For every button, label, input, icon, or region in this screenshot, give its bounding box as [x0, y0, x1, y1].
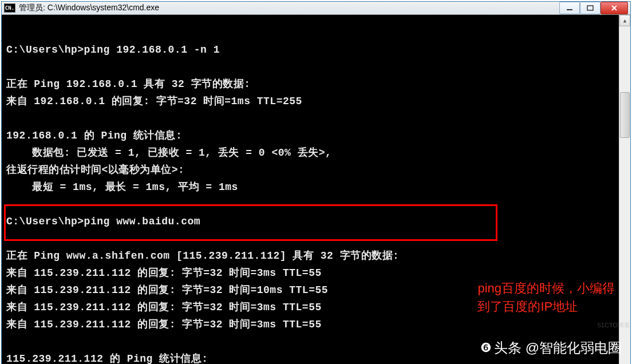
annotation-line1: ping百度的时候，小编得 [477, 279, 615, 298]
watermark-bottom: ❻ 头条 @智能化弱电圈 [480, 339, 622, 357]
cmd-icon: CN. [4, 3, 15, 13]
svg-rect-1 [587, 6, 593, 10]
svg-rect-0 [567, 9, 572, 10]
scroll-track[interactable] [619, 26, 630, 364]
annotation-text: ping百度的时候，小编得 到了百度的IP地址 [477, 279, 615, 316]
toutiao-icon: ❻ [480, 341, 491, 355]
maximize-button[interactable] [580, 2, 601, 14]
close-button[interactable] [601, 2, 628, 14]
annotation-line2: 到了百度的IP地址 [477, 298, 615, 316]
scroll-thumb[interactable] [620, 92, 630, 138]
minimize-button[interactable] [559, 2, 580, 14]
scroll-up-button[interactable]: ▲ [619, 15, 630, 26]
watermark-bottom-text: 头条 @智能化弱电圈 [494, 339, 622, 357]
window-title: 管理员: C:\Windows\system32\cmd.exe [19, 3, 559, 13]
titlebar[interactable]: CN. 管理员: C:\Windows\system32\cmd.exe [2, 2, 630, 15]
watermark-side: 51CTO博客 [598, 321, 630, 330]
window-controls [559, 2, 628, 14]
scrollbar[interactable]: ▲ ▼ [619, 15, 630, 364]
